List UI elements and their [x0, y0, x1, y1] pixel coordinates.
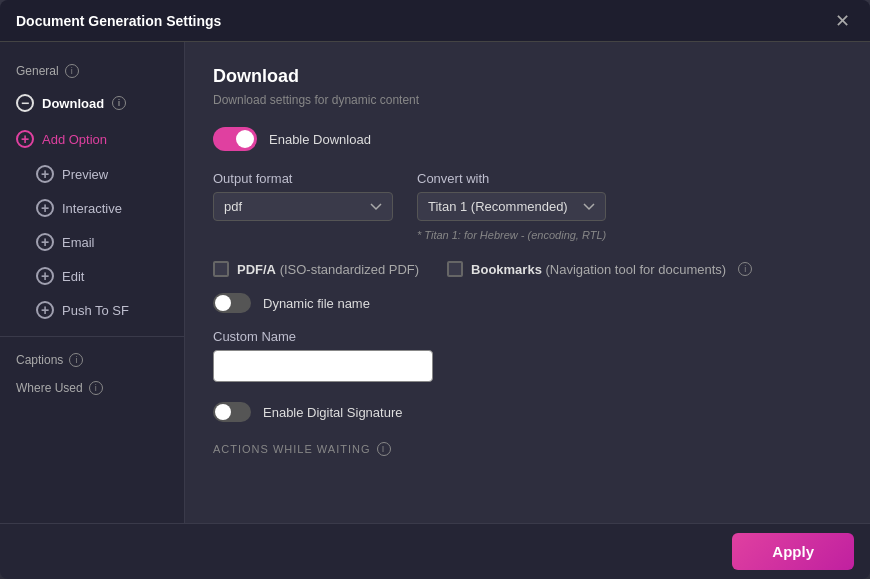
- preview-expand-icon: +: [36, 165, 54, 183]
- download-info-icon: i: [112, 96, 126, 110]
- sidebar-item-edit[interactable]: + Edit: [0, 260, 184, 292]
- pdfa-checkbox[interactable]: [213, 261, 229, 277]
- apply-button[interactable]: Apply: [732, 533, 854, 570]
- custom-name-label: Custom Name: [213, 329, 842, 344]
- bookmarks-checkbox[interactable]: [447, 261, 463, 277]
- convert-hint: * Titan 1: for Hebrew - (encoding, RTL): [417, 229, 606, 241]
- modal-body: General i − Download i + Add Option + Pr…: [0, 42, 870, 523]
- enable-download-toggle[interactable]: [213, 127, 257, 151]
- digital-signature-toggle[interactable]: [213, 402, 251, 422]
- modal-header: Document Generation Settings ✕: [0, 0, 870, 42]
- dynamic-filename-row: Dynamic file name: [213, 293, 842, 313]
- format-row: Output format pdf docx xlsx Convert with…: [213, 171, 842, 241]
- enable-download-track[interactable]: [213, 127, 257, 151]
- edit-expand-icon: +: [36, 267, 54, 285]
- close-button[interactable]: ✕: [830, 9, 854, 33]
- general-info-icon: i: [65, 64, 79, 78]
- section-desc: Download settings for dynamic content: [213, 93, 842, 107]
- download-label: Download: [42, 96, 104, 111]
- email-expand-icon: +: [36, 233, 54, 251]
- push-expand-icon: +: [36, 301, 54, 319]
- output-format-select[interactable]: pdf docx xlsx: [213, 192, 393, 221]
- modal-footer: Apply: [0, 523, 870, 579]
- push-label: Push To SF: [62, 303, 129, 318]
- section-title: Download: [213, 66, 842, 87]
- email-label: Email: [62, 235, 95, 250]
- sidebar-item-interactive[interactable]: + Interactive: [0, 192, 184, 224]
- checkbox-row: PDF/A (ISO-standardized PDF) Bookmarks (…: [213, 261, 842, 277]
- modal: Document Generation Settings ✕ General i…: [0, 0, 870, 579]
- interactive-expand-icon: +: [36, 199, 54, 217]
- sidebar-item-preview[interactable]: + Preview: [0, 158, 184, 190]
- interactive-label: Interactive: [62, 201, 122, 216]
- output-format-label: Output format: [213, 171, 393, 186]
- convert-with-group: Convert with Titan 1 (Recommended) Titan…: [417, 171, 606, 241]
- custom-name-input[interactable]: [213, 350, 433, 382]
- enable-download-row: Enable Download: [213, 127, 842, 151]
- sidebar-general-section: General i: [0, 58, 184, 84]
- sidebar-item-download[interactable]: − Download i: [0, 86, 184, 120]
- sidebar-item-email[interactable]: + Email: [0, 226, 184, 258]
- preview-label: Preview: [62, 167, 108, 182]
- actions-waiting-label: ACTIONS WHILE WAITING i: [213, 442, 842, 456]
- bookmarks-checkbox-item[interactable]: Bookmarks (Navigation tool for documents…: [447, 261, 752, 277]
- bookmarks-info-icon: i: [738, 262, 752, 276]
- add-option-label: Add Option: [42, 132, 107, 147]
- enable-download-label: Enable Download: [269, 132, 371, 147]
- digital-signature-thumb: [215, 404, 231, 420]
- actions-waiting-info-icon: i: [377, 442, 391, 456]
- sidebar-where-used-section: Where Used i: [0, 375, 184, 401]
- convert-with-select[interactable]: Titan 1 (Recommended) Titan 2: [417, 192, 606, 221]
- pdfa-label: PDF/A (ISO-standardized PDF): [237, 262, 419, 277]
- sidebar-divider: [0, 336, 184, 337]
- main-content: Download Download settings for dynamic c…: [185, 42, 870, 523]
- add-option-icon: +: [16, 130, 34, 148]
- sidebar-captions-section: Captions i: [0, 347, 184, 373]
- modal-title: Document Generation Settings: [16, 13, 221, 29]
- dynamic-filename-toggle[interactable]: [213, 293, 251, 313]
- add-option-item[interactable]: + Add Option: [0, 122, 184, 156]
- enable-download-thumb: [236, 130, 254, 148]
- download-expand-icon: −: [16, 94, 34, 112]
- captions-label: Captions: [16, 353, 63, 367]
- where-used-label: Where Used: [16, 381, 83, 395]
- captions-info-icon: i: [69, 353, 83, 367]
- sidebar: General i − Download i + Add Option + Pr…: [0, 42, 185, 523]
- general-label: General: [16, 64, 59, 78]
- where-used-info-icon: i: [89, 381, 103, 395]
- edit-label: Edit: [62, 269, 84, 284]
- digital-signature-row: Enable Digital Signature: [213, 402, 842, 422]
- dynamic-filename-label: Dynamic file name: [263, 296, 370, 311]
- output-format-group: Output format pdf docx xlsx: [213, 171, 393, 241]
- dynamic-filename-thumb: [215, 295, 231, 311]
- bookmarks-label: Bookmarks (Navigation tool for documents…: [471, 262, 726, 277]
- convert-with-label: Convert with: [417, 171, 606, 186]
- digital-signature-label: Enable Digital Signature: [263, 405, 402, 420]
- custom-name-group: Custom Name: [213, 329, 842, 382]
- pdfa-checkbox-item[interactable]: PDF/A (ISO-standardized PDF): [213, 261, 419, 277]
- sidebar-item-push-to-sf[interactable]: + Push To SF: [0, 294, 184, 326]
